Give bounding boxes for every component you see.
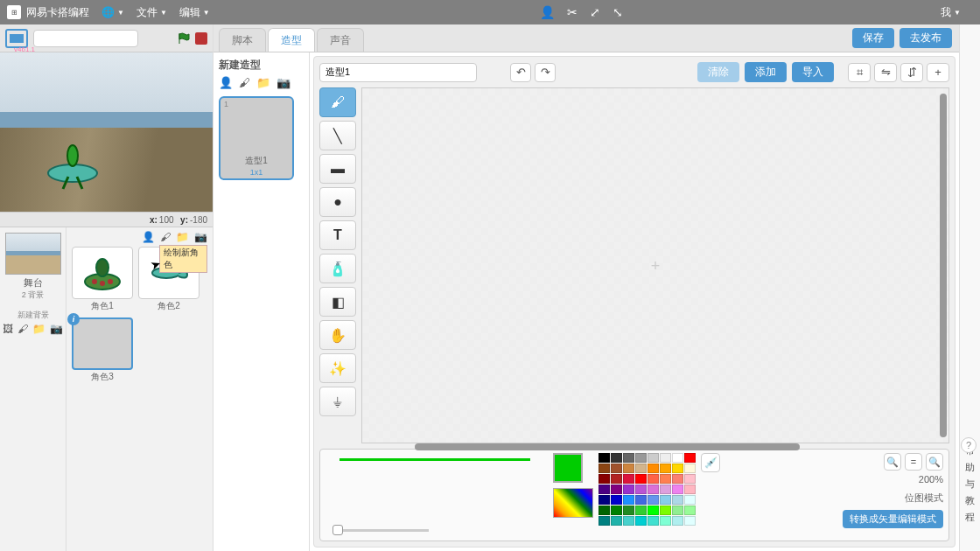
color-swatch[interactable] — [598, 474, 610, 484]
color-swatch[interactable] — [672, 506, 683, 515]
fill-tool[interactable]: 🧴 — [319, 254, 356, 283]
choose-sprite-icon[interactable]: 👤 — [142, 231, 155, 243]
text-tool[interactable]: T — [319, 220, 356, 250]
color-swatch[interactable] — [672, 485, 683, 494]
wand-tool[interactable]: ✨ — [319, 353, 356, 383]
import-button[interactable]: 导入 — [792, 62, 834, 82]
color-swatch[interactable] — [684, 453, 696, 463]
tab-scripts[interactable]: 脚本 — [219, 28, 266, 52]
camera-sprite-icon[interactable]: 📷 — [194, 231, 207, 243]
color-swatch[interactable] — [611, 474, 622, 484]
color-swatch[interactable] — [672, 495, 683, 505]
zoom-in-button[interactable]: 🔍 — [926, 453, 943, 471]
color-swatch[interactable] — [598, 516, 610, 526]
upload-sprite-icon[interactable]: 📁 — [176, 231, 189, 243]
color-swatch[interactable] — [635, 453, 647, 463]
add-button[interactable]: 添加 — [745, 62, 787, 82]
clear-button[interactable]: 清除 — [697, 62, 739, 82]
flip-h-icon[interactable]: ⇋ — [874, 63, 897, 82]
color-swatch[interactable] — [611, 516, 622, 526]
color-swatch[interactable] — [672, 474, 683, 484]
color-picker-icon[interactable] — [553, 488, 593, 518]
color-swatch[interactable] — [648, 485, 659, 494]
costume-thumbnail[interactable]: 1 造型1 1x1 — [219, 96, 294, 180]
user-menu[interactable]: 我▼ — [941, 5, 961, 20]
eyedropper-icon[interactable]: 💉 — [701, 453, 720, 472]
color-swatch[interactable] — [635, 495, 647, 505]
color-swatch[interactable] — [684, 516, 696, 526]
color-swatch[interactable] — [672, 516, 683, 526]
switch-mode-button[interactable]: 转换成矢量编辑模式 — [843, 510, 943, 528]
color-swatch[interactable] — [684, 506, 696, 515]
globe-menu[interactable]: 🌐▼ — [102, 6, 124, 18]
flip-v-icon[interactable]: ⇵ — [900, 63, 923, 82]
paint-backdrop-icon[interactable]: 🖌 — [18, 323, 28, 335]
color-swatch[interactable] — [684, 485, 696, 494]
paint-sprite-icon[interactable]: 🖌 — [160, 231, 171, 243]
color-swatch[interactable] — [598, 506, 610, 515]
edit-menu[interactable]: 编辑▼ — [179, 5, 210, 20]
color-swatch[interactable] — [623, 495, 634, 505]
rect-tool[interactable]: ▬ — [319, 154, 356, 184]
camera-costume-icon[interactable]: 📷 — [276, 76, 290, 89]
sprite-item[interactable]: 角色1 — [72, 247, 133, 312]
tab-sounds[interactable]: 声音 — [317, 28, 364, 52]
tab-costumes[interactable]: 造型 — [268, 28, 315, 52]
choose-backdrop-icon[interactable]: 🖼 — [3, 323, 13, 335]
color-swatch[interactable] — [611, 453, 622, 463]
project-name-input[interactable] — [33, 30, 138, 47]
stamp-tool-icon[interactable]: 👤 — [540, 5, 555, 19]
color-swatch[interactable] — [684, 495, 696, 505]
color-swatch[interactable] — [635, 485, 647, 494]
cut-tool-icon[interactable]: ✂ — [567, 5, 578, 19]
color-swatch[interactable] — [598, 485, 610, 494]
costume-name-input[interactable] — [319, 63, 477, 82]
color-swatch[interactable] — [635, 516, 647, 526]
color-swatch[interactable] — [672, 464, 683, 473]
color-swatch[interactable] — [648, 506, 659, 515]
line-tool[interactable]: ╲ — [319, 121, 356, 150]
color-swatch[interactable] — [660, 485, 671, 494]
shrink-tool-icon[interactable]: ⤡ — [612, 5, 623, 19]
brush-size-slider[interactable] — [332, 529, 429, 532]
help-icon[interactable]: ? — [961, 437, 976, 453]
stamp-tool[interactable]: ⏚ — [319, 387, 356, 416]
sprite-info-icon[interactable]: i — [67, 313, 80, 325]
eraser-tool[interactable]: ◧ — [319, 287, 356, 317]
color-swatch[interactable] — [648, 464, 659, 473]
color-swatch[interactable] — [635, 506, 647, 515]
zoom-reset-button[interactable]: = — [905, 453, 922, 471]
save-button[interactable]: 保存 — [852, 28, 894, 48]
publish-button[interactable]: 去发布 — [900, 28, 952, 48]
stage-selector[interactable]: 舞台 2 背景 新建背景 🖼 🖌 📁 📷 — [0, 227, 66, 551]
color-swatch[interactable] — [684, 474, 696, 484]
color-swatch[interactable] — [672, 453, 683, 463]
help-sidebar[interactable]: ? 帮 助 与 教 程 — [959, 24, 980, 551]
color-swatch[interactable] — [598, 464, 610, 473]
crop-icon[interactable]: ⌗ — [848, 63, 871, 82]
color-swatch[interactable] — [623, 464, 634, 473]
redo-button[interactable]: ↷ — [535, 63, 556, 82]
color-swatch[interactable] — [660, 464, 671, 473]
color-swatch[interactable] — [660, 474, 671, 484]
select-tool[interactable]: ✋ — [319, 320, 356, 350]
color-swatch[interactable] — [660, 453, 671, 463]
color-swatch[interactable] — [623, 474, 634, 484]
green-flag-button[interactable] — [176, 31, 192, 46]
center-icon[interactable]: + — [927, 63, 949, 82]
color-swatch[interactable] — [611, 495, 622, 505]
color-swatch[interactable] — [611, 506, 622, 515]
color-swatch[interactable] — [648, 516, 659, 526]
horizontal-scrollbar[interactable] — [415, 443, 800, 450]
sprite-item-selected[interactable]: i 角色3 — [72, 317, 133, 383]
vertical-scrollbar[interactable] — [940, 94, 947, 437]
zoom-out-button[interactable]: 🔍 — [884, 453, 901, 471]
color-swatch[interactable] — [635, 474, 647, 484]
paint-costume-icon[interactable]: 🖌 — [239, 76, 250, 89]
color-swatch[interactable] — [611, 485, 622, 494]
color-swatch[interactable] — [648, 495, 659, 505]
camera-backdrop-icon[interactable]: 📷 — [50, 323, 63, 335]
current-color-swatch[interactable] — [553, 453, 583, 483]
color-swatch[interactable] — [598, 495, 610, 505]
choose-costume-icon[interactable]: 👤 — [219, 76, 233, 89]
